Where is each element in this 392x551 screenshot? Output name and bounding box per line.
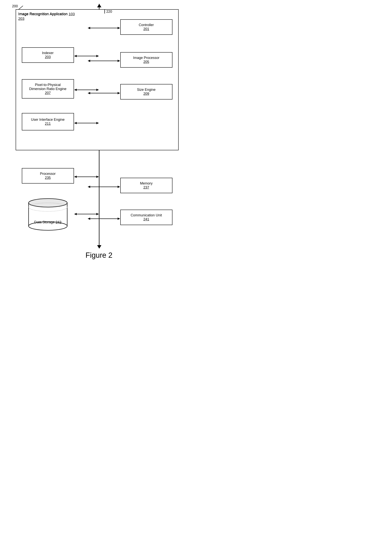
svg-marker-29 [118,186,120,188]
outer-box-title-full: Image Recognition Application 103 [18,12,75,17]
figure-caption: Figure 2 [12,251,186,260]
arrow-indexer-icon [74,54,99,58]
svg-marker-39 [118,218,120,220]
svg-marker-22 [74,122,77,124]
memory-box: Memory 237 [120,178,172,193]
label-220: 220 [106,10,112,14]
svg-marker-8 [118,27,120,29]
arrow-size-engine-icon [87,91,121,95]
data-storage-cylinder: Data Storage 243 [28,197,68,232]
arrow-data-storage-icon [74,212,99,216]
arrow-top-icon [97,4,101,8]
arrow-image-processor-icon [87,59,121,63]
arrow-ui-engine-icon [74,121,99,125]
indexer-box: Indexer 203 [22,47,74,63]
controller-box: Controller 201 [120,19,172,35]
svg-marker-2 [97,4,101,7]
svg-marker-28 [88,186,90,188]
processor-box: Processor 235 [22,168,74,184]
svg-marker-3 [97,245,101,249]
size-engine-box: Size Engine 209 [120,84,172,99]
svg-marker-7 [88,27,90,29]
arrow-bottom-icon [97,244,101,249]
hook-220-icon [99,9,105,14]
svg-marker-26 [96,176,99,178]
arrow-controller-icon [87,26,121,30]
arrow-memory-icon [87,185,121,189]
svg-marker-36 [96,213,99,215]
svg-marker-25 [74,176,77,178]
svg-marker-23 [96,122,99,124]
svg-marker-35 [74,213,77,215]
arrow-comm-unit-icon [87,217,121,221]
svg-marker-38 [88,218,90,220]
svg-marker-11 [96,55,99,57]
svg-marker-16 [74,89,77,91]
svg-marker-14 [118,60,120,62]
svg-marker-10 [74,55,77,57]
pixel-engine-box: Pixel-to-PhysicalDimension Ratio Engine2… [22,79,74,99]
comm-unit-box: Communication Unit 241 [120,210,172,225]
svg-marker-20 [118,92,120,94]
ui-engine-box: User Interface Engine211 [22,113,74,130]
svg-marker-13 [88,60,90,62]
arrow-processor-icon [74,175,99,179]
image-processor-box: Image Processor 205 [120,52,172,68]
svg-marker-17 [96,89,99,91]
svg-marker-19 [88,92,90,94]
